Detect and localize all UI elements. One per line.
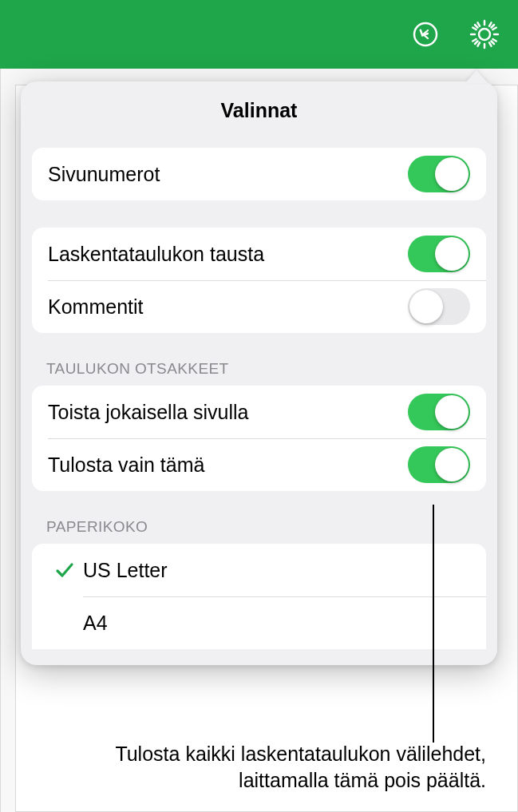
svg-line-7	[492, 42, 495, 45]
toggle-spreadsheet-background[interactable]	[408, 236, 470, 272]
popover-title: Valinnat	[21, 99, 497, 122]
annotation-text: Tulosta kaikki laskentataulukon välilehd…	[32, 741, 486, 795]
row-repeat-each-page[interactable]: Toista jokaisella sivulla	[32, 386, 486, 438]
row-print-only-this[interactable]: Tulosta vain tämä	[32, 438, 486, 491]
popover-caret	[465, 70, 488, 83]
row-page-numbers[interactable]: Sivunumerot	[32, 148, 486, 200]
svg-line-14	[478, 42, 480, 46]
checkmark-icon	[46, 559, 83, 581]
paper-option-a4[interactable]: A4	[32, 596, 486, 649]
svg-line-16	[473, 28, 476, 30]
undo-icon	[411, 20, 440, 49]
undo-button[interactable]	[408, 17, 443, 52]
row-spreadsheet-background[interactable]: Laskentataulukon tausta	[32, 228, 486, 280]
svg-line-6	[475, 25, 478, 28]
row-label: Kommentit	[48, 295, 143, 319]
svg-line-9	[492, 25, 495, 28]
section-header-paper-size: PAPERIKOKO	[46, 518, 497, 536]
row-label: Tulosta vain tämä	[48, 454, 204, 477]
gear-icon	[469, 18, 500, 50]
svg-line-12	[492, 39, 496, 42]
app-header	[0, 0, 518, 69]
svg-line-15	[473, 39, 476, 42]
svg-line-17	[478, 22, 480, 26]
paper-label: A4	[83, 612, 108, 635]
paper-option-us-letter[interactable]: US Letter	[32, 544, 486, 596]
svg-line-10	[489, 22, 492, 26]
svg-line-13	[489, 42, 492, 46]
toggle-repeat-each-page[interactable]	[408, 394, 470, 430]
toggle-page-numbers[interactable]	[408, 156, 470, 192]
svg-line-8	[475, 42, 478, 45]
toggle-print-only-this[interactable]	[408, 446, 470, 483]
section-general-2: Laskentataulukon tausta Kommentit	[32, 228, 486, 333]
svg-line-11	[492, 28, 496, 30]
paper-label: US Letter	[83, 559, 168, 582]
row-label: Laskentataulukon tausta	[48, 243, 264, 266]
row-label: Toista jokaisella sivulla	[48, 401, 249, 424]
options-popover: Valinnat Sivunumerot Laskentataulukon ta…	[21, 81, 497, 665]
settings-button[interactable]	[467, 17, 502, 52]
section-table-headers: Toista jokaisella sivulla Tulosta vain t…	[32, 386, 486, 491]
section-header-table-headers: TAULUKON OTSAKKEET	[46, 360, 497, 378]
section-general-1: Sivunumerot	[32, 148, 486, 200]
row-comments[interactable]: Kommentit	[32, 280, 486, 333]
row-label: Sivunumerot	[48, 163, 160, 186]
section-paper-size: US Letter A4	[32, 544, 486, 649]
svg-point-1	[479, 29, 490, 40]
toggle-comments[interactable]	[408, 288, 470, 325]
